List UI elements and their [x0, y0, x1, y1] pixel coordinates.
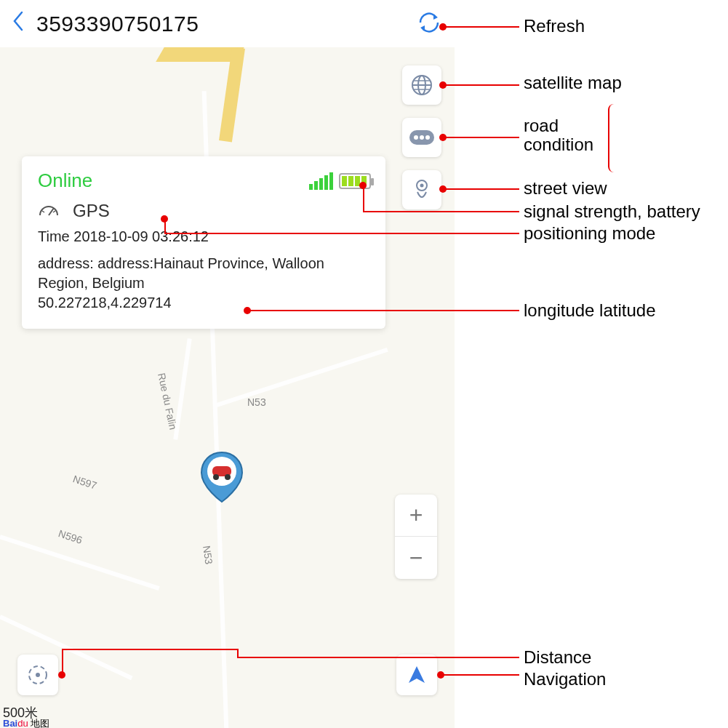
vehicle-marker[interactable]	[200, 451, 244, 506]
header-bar: 3593390750175	[0, 0, 455, 47]
road-label-n596: N596	[57, 527, 84, 546]
road-label-falin: Rue du Falin	[156, 372, 179, 431]
ann-distance: Distance	[524, 647, 591, 668]
ann-positioning: positioning mode	[524, 223, 655, 244]
svg-line-15	[49, 208, 54, 215]
road-condition-button[interactable]	[402, 118, 441, 157]
refresh-button[interactable]	[404, 8, 455, 40]
coordinates-text: 50.227218,4.229714	[38, 295, 172, 311]
back-button[interactable]	[0, 10, 36, 38]
ann-road-condition: roadcondition	[524, 116, 593, 155]
road-label-n53b: N53	[201, 545, 215, 565]
svg-point-10	[414, 135, 418, 140]
ann-signal-batt: signal strength, battery	[524, 201, 700, 222]
svg-line-16	[42, 211, 44, 212]
locate-button[interactable]	[17, 655, 58, 695]
svg-line-17	[53, 211, 55, 212]
svg-point-19	[36, 673, 40, 677]
svg-point-2	[213, 474, 219, 480]
ann-refresh: Refresh	[524, 16, 585, 36]
svg-point-11	[420, 135, 424, 140]
street-view-button[interactable]	[402, 170, 441, 209]
zoom-in-button[interactable]: +	[395, 495, 437, 537]
gauge-icon	[38, 201, 60, 221]
map-attribution: Baidu 地图	[3, 717, 49, 728]
signal-icon	[309, 172, 333, 190]
road-label-n53: N53	[247, 396, 266, 408]
positioning-mode: GPS	[73, 201, 110, 221]
ann-street-view: street view	[524, 178, 607, 199]
navigation-button[interactable]	[396, 655, 437, 695]
zoom-control: + −	[395, 495, 437, 579]
address-text: address: address:Hainaut Province, Wallo…	[38, 255, 324, 291]
road-label-n597: N597	[71, 473, 98, 492]
time-label: Time 2018-10-09 03:26:12	[38, 228, 371, 245]
map-canvas[interactable]: N53 N53 N596 N597 Rue du Falin	[0, 47, 455, 728]
ann-lonlat: longitude latitude	[524, 300, 655, 321]
ann-satellite: satellite map	[524, 73, 622, 93]
status-label: Online	[38, 169, 309, 192]
satellite-map-button[interactable]	[402, 65, 441, 105]
svg-point-12	[425, 135, 430, 140]
page-title: 3593390750175	[36, 12, 404, 36]
ann-navigation: Navigation	[524, 669, 606, 689]
zoom-out-button[interactable]: −	[395, 537, 437, 579]
info-card: Online GPS Time 2018-10-09 03:26:12 addr…	[22, 156, 385, 329]
svg-point-14	[420, 184, 424, 188]
svg-point-3	[225, 474, 231, 480]
